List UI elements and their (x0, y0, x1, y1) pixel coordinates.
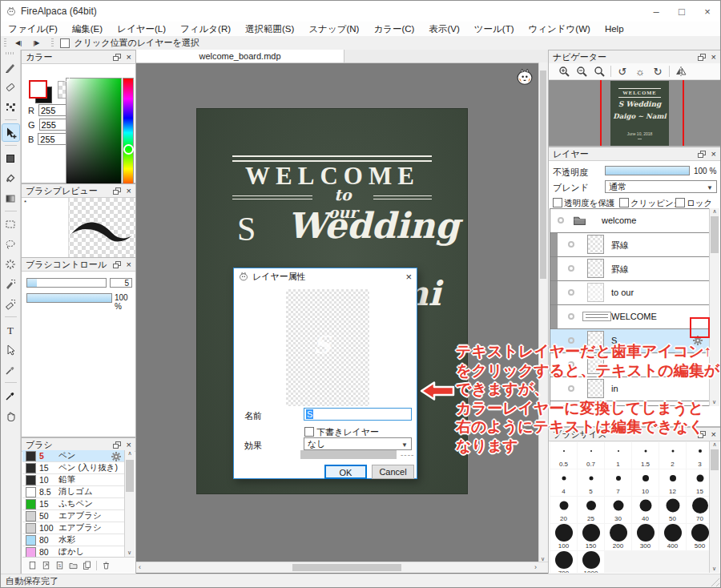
dock-icon[interactable] (113, 261, 121, 268)
close-icon[interactable]: × (127, 187, 131, 195)
toolbar-drag-handle2[interactable] (51, 38, 54, 47)
brush-size-cell[interactable]: 20 (550, 497, 577, 523)
new-brush[interactable] (26, 559, 39, 572)
brush-item[interactable]: 80ぼかし (22, 546, 124, 557)
layer-visibility-icon[interactable] (558, 217, 564, 224)
select-layer-checkbox[interactable] (60, 38, 70, 48)
brush-opacity-slider[interactable] (26, 293, 112, 303)
layer-visibility-icon[interactable] (568, 289, 574, 296)
toolstrip-drag-handle[interactable] (6, 52, 15, 54)
brush-size-cell[interactable]: 400 (659, 524, 686, 550)
select-eraser-tool[interactable] (2, 296, 19, 312)
brush-item[interactable]: 80水彩 (22, 534, 124, 546)
operation-tool[interactable] (2, 341, 19, 358)
brush-size-cell[interactable]: 100 (550, 524, 577, 550)
brush-item[interactable]: 100エアブラシ (22, 522, 124, 534)
flip-horizontal[interactable] (672, 64, 690, 79)
layer-row[interactable]: to our (550, 281, 711, 305)
brush-item[interactable]: 8.5消しゴム (22, 486, 124, 498)
brush-item[interactable]: 50エアブラシ (22, 510, 124, 522)
pen-tool[interactable] (2, 58, 19, 75)
saturation-value-picker[interactable] (66, 78, 122, 192)
effect-dropdown[interactable]: なし▼ (304, 437, 412, 450)
brush-item[interactable]: 5ペン (22, 450, 124, 462)
opacity-slider[interactable] (605, 166, 690, 175)
navigator-thumbnail[interactable]: WELCOME S Wedding Daigo ~ Nami June 10, … (549, 80, 720, 146)
close-icon[interactable]: × (711, 150, 716, 159)
menu-item[interactable]: 表示(V) (421, 22, 466, 36)
dock-icon[interactable] (113, 441, 121, 449)
brush-size-cell[interactable]: 300 (632, 524, 659, 550)
close-icon[interactable]: × (711, 53, 716, 62)
menu-item[interactable]: ツール(T) (467, 22, 522, 36)
brush-size-cell[interactable]: 5 (578, 469, 604, 496)
dock-icon[interactable] (113, 187, 121, 195)
dock-icon[interactable] (698, 54, 706, 61)
import-brush[interactable] (39, 559, 53, 572)
maximize-button[interactable]: □ (669, 1, 695, 22)
eraser-tool[interactable] (2, 79, 19, 95)
select-pen-tool[interactable] (2, 276, 19, 292)
menu-item[interactable]: スナップ(N) (301, 22, 366, 36)
eyedropper2-tool[interactable] (2, 387, 19, 404)
brush-folder[interactable] (66, 559, 80, 572)
brush-size-cell[interactable]: 50 (659, 497, 686, 523)
duplicate-brush[interactable] (80, 559, 94, 572)
gradient-tool[interactable] (2, 190, 19, 207)
zoom-out[interactable] (573, 64, 590, 79)
dither-tool[interactable] (2, 99, 19, 115)
dock-icon[interactable] (698, 151, 706, 158)
brush-size-value[interactable]: 5 (110, 278, 132, 288)
cancel-button[interactable]: Cancel (372, 465, 414, 479)
layer-row[interactable]: 罫線 (550, 257, 711, 281)
brush-size-cell[interactable]: 7 (605, 469, 631, 496)
canvas-horizontal-scrollbar[interactable]: ‹› (136, 562, 548, 573)
menu-item[interactable]: ファイル(F) (1, 22, 65, 36)
menu-item[interactable]: 編集(E) (65, 22, 110, 36)
hue-bar[interactable] (123, 78, 134, 192)
close-icon[interactable]: × (127, 260, 131, 269)
rotate-left[interactable]: ↺ (614, 64, 631, 79)
close-button[interactable]: × (695, 1, 720, 22)
layer-visibility-icon[interactable] (568, 265, 574, 272)
select-rect-tool[interactable] (2, 215, 19, 232)
foreground-color-swatch[interactable] (29, 80, 47, 99)
close-icon[interactable]: × (127, 53, 131, 62)
canvas-vertical-scrollbar[interactable]: ∨ (538, 62, 548, 562)
prev-layer-button[interactable]: ◀| (10, 38, 26, 47)
layer-row[interactable]: welcome (550, 209, 711, 233)
brush-size-cell[interactable]: 40 (632, 497, 659, 523)
menu-item[interactable]: レイヤー(L) (110, 22, 173, 36)
brush-size-cell[interactable]: 150 (578, 524, 604, 550)
menu-item[interactable]: フィルタ(R) (173, 22, 238, 36)
bucket-tool[interactable] (2, 170, 19, 187)
ok-button[interactable]: OK (324, 465, 367, 479)
menu-item[interactable]: カラー(C) (366, 22, 421, 36)
layer-row[interactable]: 罫線 (550, 233, 711, 257)
hand-tool[interactable] (2, 407, 19, 424)
eyedropper-tool[interactable] (2, 361, 19, 378)
delete-brush[interactable] (99, 559, 113, 572)
brush-size-slider[interactable] (26, 278, 107, 288)
brush-size-cell[interactable]: 700 (550, 551, 577, 573)
layer-visibility-icon[interactable] (568, 241, 574, 248)
clipping-checkbox[interactable] (619, 198, 629, 207)
brush-size-cell[interactable]: 12 (659, 469, 686, 496)
lasso-tool[interactable] (2, 236, 19, 252)
brush-size-cell[interactable]: 30 (605, 497, 631, 523)
brush-item[interactable]: 15ペン (入り抜き) (22, 462, 124, 474)
dialog-title-bar[interactable]: レイヤー属性 × (234, 268, 417, 284)
brush-size-cell[interactable]: 25 (578, 497, 604, 523)
zoom-in[interactable] (555, 64, 573, 79)
next-layer-button[interactable]: |▶ (28, 38, 44, 47)
layer-name-input[interactable]: S (304, 408, 412, 421)
document-tab[interactable]: welcome_board.mdp (136, 50, 344, 62)
menu-item[interactable]: 選択範囲(S) (238, 22, 301, 36)
dock-icon[interactable] (113, 54, 121, 61)
brush-size-cell[interactable]: 1000 (578, 551, 604, 573)
toolbar-drag-handle[interactable] (4, 38, 6, 47)
menu-item[interactable]: Help (598, 22, 631, 36)
resize-grip[interactable] (709, 576, 719, 586)
script-brush[interactable]: S (53, 559, 66, 572)
blend-dropdown[interactable]: 通常▼ (605, 180, 717, 193)
